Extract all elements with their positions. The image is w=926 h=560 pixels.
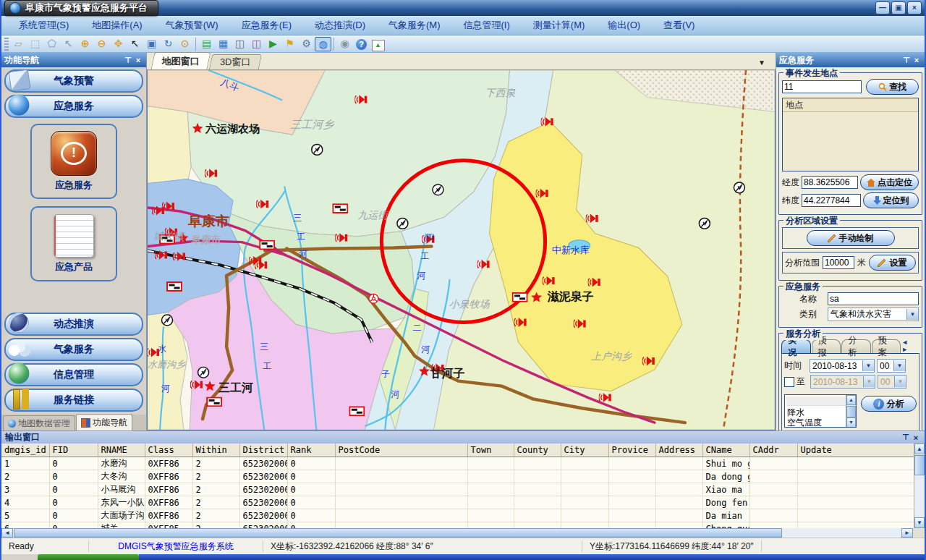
column-header-CAddr[interactable]: CAddr — [749, 444, 797, 457]
map-tab-3D窗口[interactable]: 3D窗口 — [209, 54, 262, 69]
menu-item-1[interactable]: 地图操作(A) — [82, 17, 152, 33]
output-horizontal-scrollbar[interactable]: ◄ ► — [1, 528, 925, 538]
analysis-tab-分析[interactable]: 分析 — [841, 339, 871, 353]
output-table[interactable]: dmgis_idFIDRNAMEClassWithinDistrictRankP… — [1, 444, 914, 528]
toolbar-grip[interactable] — [4, 38, 9, 51]
zoom-in-icon[interactable]: ⊕ — [77, 37, 93, 51]
column-header-Rank[interactable]: Rank — [287, 444, 335, 457]
menu-item-6[interactable]: 信息管理(I) — [454, 17, 520, 33]
right-panel-close-icon[interactable]: × — [912, 56, 922, 64]
column-header-RNAME[interactable]: RNAME — [98, 444, 145, 457]
alert-bubble-icon[interactable]: ! — [51, 131, 97, 176]
column-header-Update[interactable]: Update — [797, 444, 914, 457]
left-panel-pin-icon[interactable]: ⊤ — [123, 56, 133, 65]
hour-select[interactable]: 00 ▼ — [877, 359, 906, 373]
refresh-icon[interactable]: ↻ — [160, 37, 177, 51]
table-row[interactable]: 50大面场子沟0XFF8626523020000Da mian ... — [1, 509, 914, 522]
analysis-tab-预报[interactable]: 预报 — [812, 339, 841, 353]
export-image-icon[interactable]: ▦ — [215, 37, 232, 51]
column-header-Address[interactable]: Address — [655, 444, 702, 457]
settings-gear-icon[interactable]: ⚙ — [298, 37, 315, 51]
print-color-icon[interactable]: ◫ — [248, 37, 265, 51]
nav-group-应急服务[interactable]: 应急服务 — [4, 95, 143, 118]
locate-to-button[interactable]: 定位到 — [863, 192, 919, 208]
menu-item-2[interactable]: 气象预警(W) — [156, 17, 229, 33]
column-header-Within[interactable]: Within — [192, 444, 239, 457]
hscroll-left-icon[interactable]: ◄ — [1, 528, 13, 538]
column-header-PostCode[interactable]: PostCode — [335, 444, 467, 457]
hscroll-thumb[interactable] — [14, 528, 782, 538]
menu-item-0[interactable]: 系统管理(S) — [9, 17, 79, 33]
scroll-up-icon[interactable]: ▲ — [846, 395, 856, 405]
table-row[interactable]: 10水磨沟0XFF8626523020000Shui mo gou — [1, 457, 914, 470]
nav-button-服务链接[interactable]: 服务链接 — [4, 389, 143, 412]
output-pin-icon[interactable]: ⊤ — [901, 433, 911, 442]
weather-list-scrollbar[interactable]: ▲ ▼ — [846, 395, 856, 427]
column-header-Provice[interactable]: Provice — [608, 444, 655, 457]
table-row[interactable]: 30小马厩沟0XFF8626523020000Xiao ma ... — [1, 483, 914, 496]
tab-scroll-arrows[interactable]: ◄ ► — [901, 339, 919, 353]
find-button[interactable]: 查找 — [866, 79, 919, 95]
column-header-Class[interactable]: Class — [145, 444, 192, 457]
service-name-input[interactable] — [828, 292, 919, 305]
nav-button-气象服务[interactable]: 气象服务 — [4, 338, 143, 361]
notepad-icon[interactable] — [54, 214, 94, 258]
analysis-range-input[interactable] — [823, 256, 854, 269]
close-button[interactable]: × — [907, 1, 922, 14]
column-header-CName[interactable]: CName — [702, 444, 749, 457]
column-header-dmgis_id[interactable]: dmgis_id — [1, 444, 49, 457]
measure-icon[interactable]: ▱ — [10, 37, 27, 51]
vscroll-up-icon[interactable]: ▲ — [914, 444, 925, 454]
select-rect-icon[interactable]: ⬚ — [27, 37, 43, 51]
export-tree-icon[interactable]: ▲ — [370, 37, 386, 51]
right-panel-pin-icon[interactable]: ⊤ — [901, 56, 912, 65]
hour-dropdown-icon[interactable]: ▼ — [893, 360, 905, 371]
table-row[interactable]: 40东风一小队0XFF8626523020000Dong fen... — [1, 496, 914, 509]
left-panel-close-icon[interactable]: × — [133, 56, 143, 64]
layers-icon[interactable]: ▤ — [198, 37, 215, 51]
to-date-dropdown-icon[interactable]: ▼ — [863, 376, 875, 387]
place-list[interactable]: 地点 — [782, 98, 919, 171]
analyze-button[interactable]: i 分析 — [861, 396, 917, 412]
globe-tool-icon[interactable]: ◍ — [315, 37, 331, 51]
event-location-input[interactable] — [782, 80, 862, 93]
column-header-County[interactable]: County — [514, 444, 561, 457]
service-type-dropdown-icon[interactable]: ▼ — [906, 309, 918, 320]
longitude-input[interactable] — [802, 176, 858, 189]
menu-item-7[interactable]: 测量计算(M) — [523, 17, 595, 33]
hscroll-right-icon[interactable]: ► — [901, 528, 913, 538]
scroll-thumb[interactable] — [846, 406, 856, 417]
column-header-City[interactable]: City — [561, 444, 608, 457]
panel-tab-功能导航[interactable]: 功能导航 — [76, 414, 132, 430]
nav-button-信息管理[interactable]: 信息管理 — [4, 363, 143, 386]
table-row[interactable]: 20大冬沟0XFF8626523020000Da dong gou — [1, 470, 914, 483]
weather-element-list[interactable]: 降水空气温度 ▲ ▼ — [784, 394, 857, 428]
panel-tab-地图数据管理[interactable]: 地图数据管理 — [3, 415, 75, 430]
table-row[interactable]: 60城关0XFF8526523020000Cheng guan — [1, 522, 914, 529]
nav-group-气象预警[interactable]: 气象预警 — [4, 69, 143, 93]
flag-pin-icon[interactable]: ⚑ — [281, 37, 298, 51]
scroll-down-icon[interactable]: ▼ — [846, 417, 856, 428]
nav-arrow-icon[interactable]: ▶ — [265, 37, 281, 51]
analysis-tab-预案[interactable]: 预案 — [872, 339, 901, 353]
eye-icon[interactable]: ◉ — [336, 37, 353, 51]
menu-item-9[interactable]: 查看(V) — [653, 17, 705, 33]
vscroll-down-icon[interactable]: ▼ — [914, 517, 925, 528]
service-type-select[interactable]: 气象和洪水灾害 ▼ — [828, 307, 919, 321]
column-header-District[interactable]: District — [239, 444, 287, 457]
zoom-out-icon[interactable]: ⊖ — [93, 37, 110, 51]
identify-icon[interactable]: ⊙ — [177, 37, 193, 51]
menu-item-4[interactable]: 动态推演(D) — [305, 17, 375, 33]
full-extent-icon[interactable]: ▣ — [143, 37, 160, 51]
pan-icon[interactable]: ✥ — [110, 37, 127, 51]
minimize-button[interactable]: — — [875, 1, 890, 14]
menu-item-5[interactable]: 气象服务(M) — [378, 17, 451, 33]
restore-button[interactable]: ▣ — [891, 1, 906, 14]
card-应急服务[interactable]: !应急服务 — [30, 124, 117, 199]
click-locate-button[interactable]: 点击定位 — [860, 174, 919, 190]
to-checkbox[interactable] — [784, 377, 794, 387]
date-select[interactable]: 2010-08-13 ▼ — [810, 359, 875, 373]
vscroll-thumb[interactable] — [914, 455, 925, 475]
menu-item-3[interactable]: 应急服务(E) — [232, 17, 302, 33]
date-dropdown-icon[interactable]: ▼ — [862, 360, 874, 371]
